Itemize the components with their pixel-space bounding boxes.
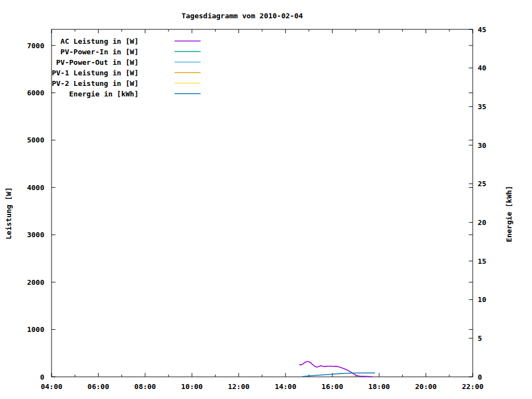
y-right-tick-label: 30 xyxy=(478,141,487,150)
y-right-tick-label: 5 xyxy=(478,334,482,342)
x-tick-label: 10:00 xyxy=(181,382,203,391)
legend-label-pv2-leistung: PV-2 Leistung in [W] xyxy=(52,79,139,88)
y-left-tick-label: 5000 xyxy=(27,136,44,144)
legend-label-pv1-leistung: PV-1 Leistung in [W] xyxy=(52,69,139,77)
legend-label-energie: Energie in [kWh] xyxy=(69,90,139,98)
x-tick-label: 04:00 xyxy=(40,382,62,391)
y-left-tick-label: 1000 xyxy=(27,325,44,334)
x-tick-label: 08:00 xyxy=(134,382,156,391)
y-right-tick-label: 15 xyxy=(478,257,487,265)
y-left-tick-label: 2000 xyxy=(27,278,44,287)
y-left-tick-label: 3000 xyxy=(27,231,44,239)
y-right-tick-label: 35 xyxy=(478,103,487,111)
y-right-tick-label: 45 xyxy=(478,25,487,34)
x-tick-label: 16:00 xyxy=(321,382,343,391)
legend-label-ac-leistung: AC Leistung in [W] xyxy=(60,37,139,45)
x-tick-label: 06:00 xyxy=(88,382,109,391)
x-tick-label: 22:00 xyxy=(462,382,483,391)
series-line-ac-leistung xyxy=(299,361,373,377)
legend-label-pv-power-in: PV-Power-In in [W] xyxy=(60,48,139,56)
y-left-tick-label: 4000 xyxy=(27,183,44,192)
x-tick-label: 12:00 xyxy=(228,382,249,391)
x-tick-label: 18:00 xyxy=(369,382,390,391)
y-right-tick-label: 40 xyxy=(478,64,487,72)
tagesdiagramm-chart: Tagesdiagramm vom 2010-02-04 Leistung [W… xyxy=(0,0,532,399)
y-left-tick-label: 0 xyxy=(40,373,44,381)
legend-label-pv-power-out: PV-Power-Out in [W] xyxy=(56,58,139,66)
plot-canvas: 04:0006:0008:0010:0012:0014:0016:0018:00… xyxy=(0,0,532,399)
y-right-tick-label: 0 xyxy=(478,373,482,381)
x-tick-label: 14:00 xyxy=(275,382,296,391)
y-right-tick-label: 25 xyxy=(478,180,487,188)
y-right-tick-label: 10 xyxy=(478,295,487,304)
y-left-tick-label: 6000 xyxy=(27,89,44,97)
x-tick-label: 20:00 xyxy=(415,382,437,391)
y-left-tick-label: 7000 xyxy=(27,42,44,50)
y-right-tick-label: 20 xyxy=(478,218,487,227)
